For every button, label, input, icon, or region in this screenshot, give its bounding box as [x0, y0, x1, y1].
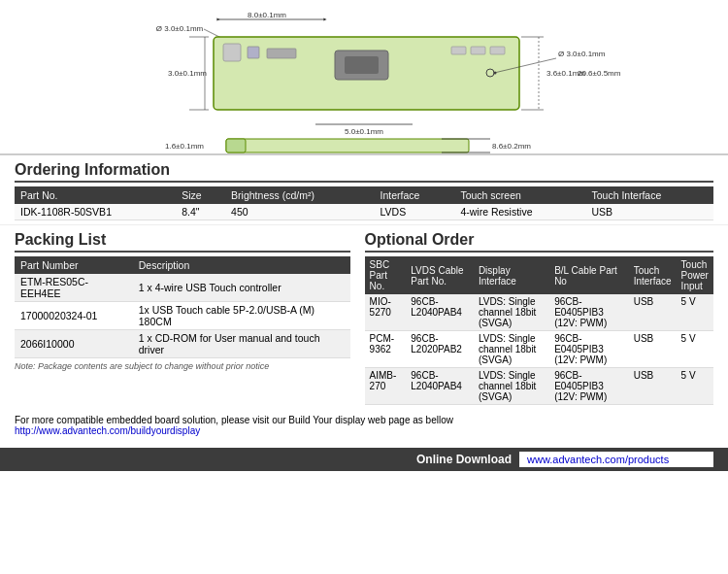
packing-part-1: ETM-RES05C-EEH4EE — [15, 274, 133, 302]
svg-rect-28 — [226, 139, 469, 152]
packing-title: Packing List — [15, 231, 350, 253]
footer-url[interactable]: http://www.advantech.com/buildyourdispla… — [15, 425, 200, 436]
svg-text:8.6±0.2mm: 8.6±0.2mm — [492, 142, 531, 151]
online-download-bar: Online Download www.advantech.com/produc… — [0, 448, 728, 471]
opt-lvds-3: 96CB-L2040PAB4 — [406, 368, 474, 405]
ordering-row-1: IDK-1108R-50SVB1 8.4" 450 LVDS 4-wire Re… — [15, 204, 713, 220]
ordering-table: Part No. Size Brightness (cd/m²) Interfa… — [15, 186, 713, 220]
opt-touch-3: USB — [629, 368, 677, 405]
svg-rect-9 — [345, 56, 379, 74]
optional-table: SBCPart No. LVDS CablePart No. DisplayIn… — [365, 256, 713, 405]
optional-section: Optional Order SBCPart No. LVDS CablePar… — [365, 231, 713, 405]
optional-row-1: MIO-5270 96CB-L2040PAB4 LVDS: Single cha… — [365, 294, 713, 331]
packing-col-desc: Description — [133, 256, 350, 274]
svg-text:5.0±0.1mm: 5.0±0.1mm — [345, 127, 383, 136]
dimension-diagram: 8.0±0.1mm Ø 3.0±0.1mm Ø 3.0±0.1mm 3.6±0.… — [15, 10, 713, 155]
online-label: Online Download — [416, 453, 512, 466]
cell-touch-screen: 4-wire Resistive — [454, 204, 585, 220]
col-brightness: Brightness (cd/m²) — [225, 186, 374, 204]
packing-desc-1: 1 x 4-wire USB Touch controller — [133, 274, 350, 302]
opt-power-2: 5 V — [677, 331, 713, 368]
svg-rect-12 — [490, 47, 505, 54]
opt-sbc-1: MIO-5270 — [365, 294, 407, 331]
footer-section: For more compatible embedded board solut… — [0, 409, 728, 442]
svg-rect-7 — [267, 49, 296, 58]
packing-part-3: 2066I10000 — [15, 330, 133, 358]
svg-rect-10 — [451, 47, 466, 54]
svg-text:3.0±0.1mm: 3.0±0.1mm — [168, 69, 207, 78]
cell-size: 8.4" — [176, 204, 225, 220]
cell-interface: LVDS — [375, 204, 455, 220]
diagram-section: 8.0±0.1mm Ø 3.0±0.1mm Ø 3.0±0.1mm 3.6±0.… — [0, 0, 728, 155]
opt-display-1: LVDS: Single channel 18bit (SVGA) — [474, 294, 549, 331]
opt-touch-2: USB — [629, 331, 677, 368]
col-touch-screen: Touch screen — [454, 186, 585, 204]
svg-text:Ø 3.0±0.1mm: Ø 3.0±0.1mm — [558, 50, 606, 58]
optional-header-row: SBCPart No. LVDS CablePart No. DisplayIn… — [365, 256, 713, 294]
optional-row-3: AIMB-270 96CB-L2040PAB4 LVDS: Single cha… — [365, 368, 713, 405]
packing-col-part: Part Number — [15, 256, 133, 274]
opt-touch-1: USB — [629, 294, 677, 331]
opt-bl-1: 96CB-E0405PIB3 (12V: PWM) — [549, 294, 629, 331]
packing-section: Packing List Part Number Description ETM… — [15, 231, 350, 405]
svg-text:8.0±0.1mm: 8.0±0.1mm — [248, 11, 286, 19]
opt-power-1: 5 V — [677, 294, 713, 331]
opt-col-lvds: LVDS CablePart No. — [406, 256, 474, 294]
optional-title: Optional Order — [365, 231, 713, 253]
svg-rect-5 — [223, 44, 241, 61]
col-size: Size — [176, 186, 225, 204]
optional-row-2: PCM-9362 96CB-L2020PAB2 LVDS: Single cha… — [365, 331, 713, 368]
opt-sbc-2: PCM-9362 — [365, 331, 407, 368]
opt-display-3: LVDS: Single channel 18bit (SVGA) — [474, 368, 549, 405]
cell-part-no: IDK-1108R-50SVB1 — [15, 204, 176, 220]
opt-col-power: TouchPowerInput — [677, 256, 713, 294]
opt-col-touch: TouchInterface — [629, 256, 677, 294]
opt-col-sbc: SBCPart No. — [365, 256, 407, 294]
packing-table: Part Number Description ETM-RES05C-EEH4E… — [15, 256, 350, 358]
opt-lvds-1: 96CB-L2040PAB4 — [406, 294, 474, 331]
packing-row-1: ETM-RES05C-EEH4EE 1 x 4-wire USB Touch c… — [15, 274, 350, 302]
col-part-no: Part No. — [15, 186, 176, 204]
packing-row-3: 2066I10000 1 x CD-ROM for User manual an… — [15, 330, 350, 358]
opt-col-bl: B/L Cable PartNo — [549, 256, 629, 294]
svg-text:20.6±0.5mm: 20.6±0.5mm — [578, 69, 621, 78]
online-url: www.advantech.com/products — [519, 452, 713, 467]
opt-sbc-3: AIMB-270 — [365, 368, 407, 405]
cell-brightness: 450 — [225, 204, 374, 220]
packing-row-2: 17000020324-01 1x USB Touch cable 5P-2.0… — [15, 302, 350, 330]
opt-power-3: 5 V — [677, 368, 713, 405]
svg-rect-11 — [471, 47, 485, 54]
packing-part-2: 17000020324-01 — [15, 302, 133, 330]
svg-rect-6 — [248, 47, 259, 58]
ordering-title: Ordering Information — [15, 161, 713, 183]
svg-text:1.6±0.1mm: 1.6±0.1mm — [165, 142, 204, 151]
opt-bl-3: 96CB-E0405PIB3 (12V: PWM) — [549, 368, 629, 405]
opt-lvds-2: 96CB-L2020PAB2 — [406, 331, 474, 368]
ordering-header-row: Part No. Size Brightness (cd/m²) Interfa… — [15, 186, 713, 204]
cell-touch-interface: USB — [586, 204, 714, 220]
svg-rect-29 — [226, 139, 246, 152]
opt-col-display: DisplayInterface — [474, 256, 549, 294]
opt-bl-2: 96CB-E0405PIB3 (12V: PWM) — [549, 331, 629, 368]
two-col-section: Packing List Part Number Description ETM… — [0, 225, 728, 409]
footer-description: For more compatible embedded board solut… — [15, 415, 713, 425]
opt-display-2: LVDS: Single channel 18bit (SVGA) — [474, 331, 549, 368]
svg-text:Ø 3.0±0.1mm: Ø 3.0±0.1mm — [156, 24, 204, 33]
packing-desc-2: 1x USB Touch cable 5P-2.0/USB-A (M) 180C… — [133, 302, 350, 330]
ordering-section: Ordering Information Part No. Size Brigh… — [0, 155, 728, 225]
packing-desc-3: 1 x CD-ROM for User manual and touch dri… — [133, 330, 350, 358]
col-interface: Interface — [375, 186, 455, 204]
packing-note: Note: Package contents are subject to ch… — [15, 361, 350, 371]
col-touch-interface: Touch Interface — [586, 186, 714, 204]
packing-header-row: Part Number Description — [15, 256, 350, 274]
